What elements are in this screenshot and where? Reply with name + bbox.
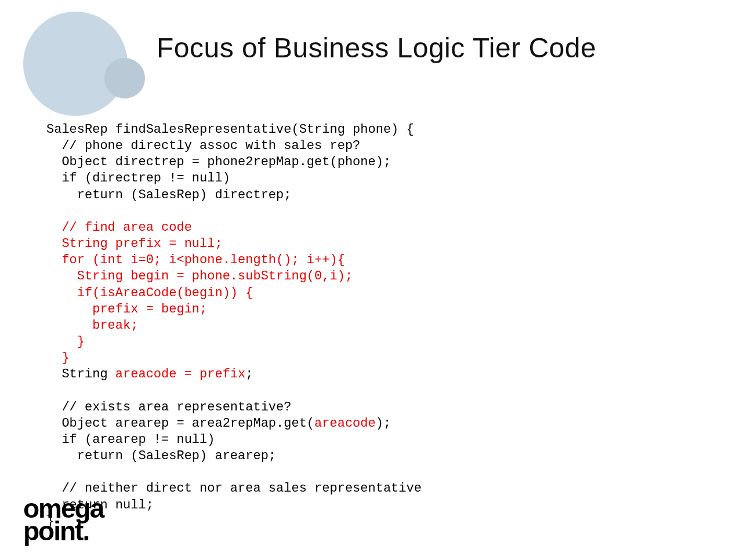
code-line-highlight: }: [46, 334, 85, 349]
code-line-highlight: // find area code: [46, 220, 192, 235]
code-line: return (SalesRep) directrep;: [46, 188, 291, 202]
code-line-highlight: for (int i=0; i<phone.length(); i++){: [46, 253, 345, 267]
code-line: SalesRep findSalesRepresentative(String …: [46, 122, 414, 137]
code-line-highlight: String begin = phone.subString(0,i);: [46, 269, 353, 283]
code-line: // exists area representative?: [46, 400, 291, 414]
code-line: );: [376, 416, 391, 431]
code-line-highlight: }: [46, 351, 70, 365]
code-line: if (directrep != null): [46, 171, 230, 186]
code-inline-highlight: areacode = prefix: [115, 367, 245, 381]
code-line-highlight: prefix = begin;: [46, 302, 207, 317]
code-line: Object directrep = phone2repMap.get(phon…: [46, 155, 391, 169]
decorative-circle-small: [104, 58, 145, 99]
code-line: String: [46, 367, 115, 381]
code-inline-highlight: areacode: [314, 416, 376, 431]
code-line: return (SalesRep) arearep;: [46, 449, 276, 463]
brand-logo: omega point.: [23, 497, 103, 543]
code-line: if (arearep != null): [46, 432, 215, 447]
code-line-highlight: break;: [46, 318, 138, 333]
code-block: SalesRep findSalesRepresentative(String …: [46, 122, 422, 530]
code-line-highlight: String prefix = null;: [46, 237, 223, 251]
code-line: Object arearep = area2repMap.get(: [46, 416, 314, 431]
code-line: // phone directly assoc with sales rep?: [46, 139, 360, 153]
code-line: ;: [245, 367, 253, 381]
slide-title: Focus of Business Logic Tier Code: [157, 32, 596, 64]
code-line-highlight: if(isAreaCode(begin)) {: [46, 286, 253, 300]
